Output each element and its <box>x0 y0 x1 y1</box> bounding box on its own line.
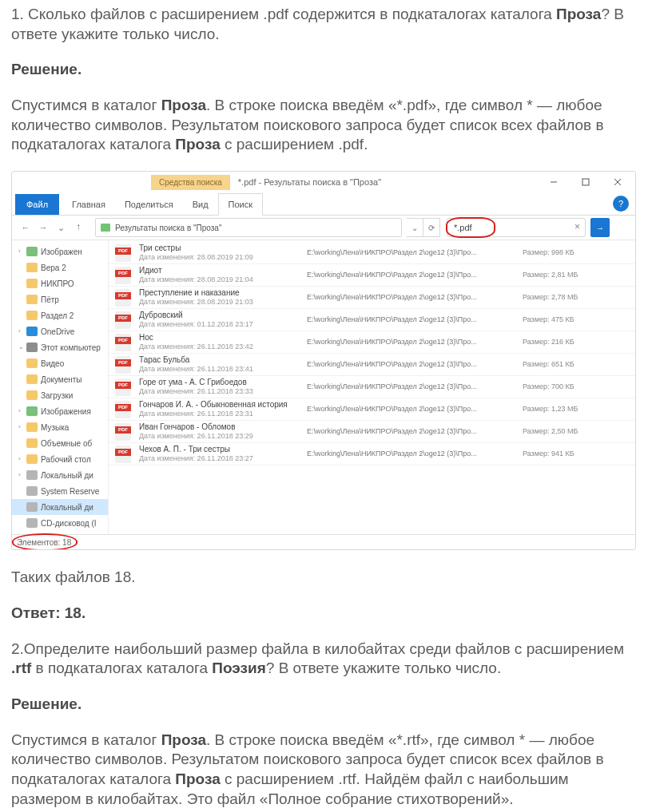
breadcrumb-dropdown[interactable]: ⌄ <box>407 218 423 237</box>
sidebar-item-label: Видео <box>41 358 105 369</box>
close-button[interactable] <box>602 172 634 192</box>
help-icon[interactable]: ? <box>613 196 629 212</box>
sidebar-item[interactable]: ›Изображен <box>12 244 108 259</box>
breadcrumb[interactable]: Результаты поиска в "Проза" <box>95 218 402 237</box>
file-date: Дата изменения: 26.11.2018 23:33 <box>139 387 307 397</box>
sidebar-item[interactable]: ›Рабочий стол <box>12 451 108 467</box>
file-name: Преступление и наказание <box>139 287 307 298</box>
folder-icon <box>26 422 38 432</box>
recent-button[interactable]: ⌄ <box>54 220 68 235</box>
ribbon-tab-search[interactable]: Поиск <box>218 193 263 216</box>
search-tools-tab[interactable]: Средства поиска <box>151 175 230 190</box>
sidebar-item[interactable]: CD-дисковод (I <box>12 515 108 531</box>
file-name: Гончаров И. А. - Обыкновенная история <box>139 399 307 410</box>
pdf-icon <box>115 334 131 351</box>
sidebar-item[interactable]: ›Музыка <box>12 419 108 435</box>
file-row[interactable]: Горе от ума - А. С ГрибоедовДата изменен… <box>109 376 635 398</box>
file-date: Дата изменения: 26.11.2018 23:29 <box>139 432 307 442</box>
ribbon-tab-view[interactable]: Вид <box>183 194 218 215</box>
back-button[interactable]: ← <box>18 220 33 235</box>
folder-icon <box>26 279 38 288</box>
file-path: E:\working\Лена\НИКПРО\Раздел 2\oge12 (3… <box>307 271 515 280</box>
pdf-icon <box>115 378 131 396</box>
pdf-icon <box>115 446 131 463</box>
folder-icon <box>26 518 38 528</box>
file-path: E:\working\Лена\НИКПРО\Раздел 2\oge12 (3… <box>307 338 515 347</box>
sidebar-item-label: Этот компьютер <box>41 343 105 353</box>
sidebar-item[interactable]: Вера 2 <box>12 259 108 275</box>
folder-icon <box>26 390 38 400</box>
sidebar-item-label: Изображения <box>41 406 105 417</box>
file-size: Размер: 651 КБ <box>523 360 618 370</box>
file-row[interactable]: ДубровскийДата изменения: 01.12.2018 23:… <box>109 309 635 331</box>
file-size: Размер: 2,78 МБ <box>523 293 618 303</box>
file-row[interactable]: ИдиотДата изменения: 28.08.2019 21:04E:\… <box>109 264 635 287</box>
ribbon-file[interactable]: Файл <box>15 194 59 215</box>
folder-icon <box>26 470 38 480</box>
folder-icon <box>26 454 38 464</box>
sidebar-item[interactable]: ›OneDrive <box>12 323 108 339</box>
sidebar-item[interactable]: НИКПРО <box>12 275 108 291</box>
file-row[interactable]: Тарас БульбаДата изменения: 26.11.2018 2… <box>109 354 635 376</box>
sidebar-item[interactable]: ›Изображения <box>12 403 108 419</box>
sidebar-item[interactable]: Пётр <box>12 291 108 307</box>
sidebar-item-label: System Reserve <box>41 486 105 497</box>
file-row[interactable]: Гончаров И. А. - Обыкновенная историяДат… <box>109 398 635 421</box>
sidebar-item[interactable]: System Reserve <box>12 483 108 499</box>
sidebar-item[interactable]: Раздел 2 <box>12 307 108 323</box>
sidebar-item[interactable]: ›Локальный ди <box>12 467 108 483</box>
folder-icon <box>26 486 38 496</box>
file-row[interactable]: Чехов А. П. - Три сестрыДата изменения: … <box>109 443 635 465</box>
sidebar-item[interactable]: Объемные об <box>12 435 108 451</box>
sidebar-item[interactable]: Видео <box>12 355 108 371</box>
refresh-button[interactable]: ⟳ <box>423 218 440 237</box>
file-row[interactable]: НосДата изменения: 26.11.2018 23:42E:\wo… <box>109 331 635 354</box>
file-name: Тарас Бульба <box>139 355 307 365</box>
forward-button[interactable]: → <box>36 220 50 235</box>
search-input[interactable]: *.pdf × <box>447 218 586 237</box>
file-row[interactable]: Преступление и наказаниеДата изменения: … <box>109 287 635 309</box>
up-button[interactable]: ↑ <box>71 220 85 235</box>
file-path: E:\working\Лена\НИКПРО\Раздел 2\oge12 (3… <box>307 405 515 414</box>
clear-search-button[interactable]: × <box>573 221 582 234</box>
annotation-circle <box>12 533 78 550</box>
file-row[interactable]: Иван Гончаров - ОбломовДата изменения: 2… <box>109 421 635 443</box>
file-name: Дубровский <box>139 310 307 320</box>
file-date: Дата изменения: 26.11.2018 23:27 <box>139 454 307 464</box>
chevron-icon: › <box>18 471 26 479</box>
sidebar-item[interactable]: Документы <box>12 371 108 387</box>
folder-icon <box>26 343 38 352</box>
file-size: Размер: 216 КБ <box>523 338 618 347</box>
file-date: Дата изменения: 26.11.2018 23:31 <box>139 410 307 419</box>
chevron-icon: ⌄ <box>18 343 26 351</box>
ribbon-tab-share[interactable]: Поделиться <box>115 194 183 215</box>
sidebar-item[interactable]: Локальный ди <box>12 499 108 515</box>
ribbon: Файл Главная Поделиться Вид Поиск ? <box>12 192 635 216</box>
question-2: 2.Определите наибольший размер файла в к… <box>11 640 636 679</box>
search-go-button[interactable]: → <box>590 218 610 237</box>
sidebar-item-label: Музыка <box>41 422 105 433</box>
file-name: Иван Гончаров - Обломов <box>139 422 307 432</box>
pdf-icon <box>115 267 131 284</box>
file-path: E:\working\Лена\НИКПРО\Раздел 2\oge12 (3… <box>307 450 515 459</box>
folder-icon <box>26 358 38 368</box>
sidebar-item-label: Объемные об <box>41 438 105 449</box>
folder-icon <box>26 295 38 304</box>
file-name: Три сестры <box>139 243 307 253</box>
chevron-icon: › <box>18 327 26 335</box>
folder-icon <box>26 502 38 512</box>
ribbon-tab-home[interactable]: Главная <box>62 194 115 215</box>
folder-icon <box>26 263 38 272</box>
folder-icon <box>26 311 38 320</box>
file-row[interactable]: Три сестрыДата изменения: 28.08.2019 21:… <box>109 242 635 264</box>
minimize-button[interactable] <box>538 172 570 192</box>
maximize-button[interactable] <box>570 172 602 192</box>
sidebar-item[interactable]: Загрузки <box>12 387 108 403</box>
sidebar-item[interactable]: ⌄Этот компьютер <box>12 339 108 355</box>
pdf-icon <box>115 356 131 374</box>
file-path: E:\working\Лена\НИКПРО\Раздел 2\oge12 (3… <box>307 248 515 258</box>
file-date: Дата изменения: 28.08.2019 21:03 <box>139 298 307 307</box>
result-1: Таких файлов 18. <box>11 568 636 588</box>
sidebar-item-label: OneDrive <box>41 327 105 337</box>
solution-2-body: Спустимся в каталог Проза. В строке поис… <box>11 731 636 810</box>
